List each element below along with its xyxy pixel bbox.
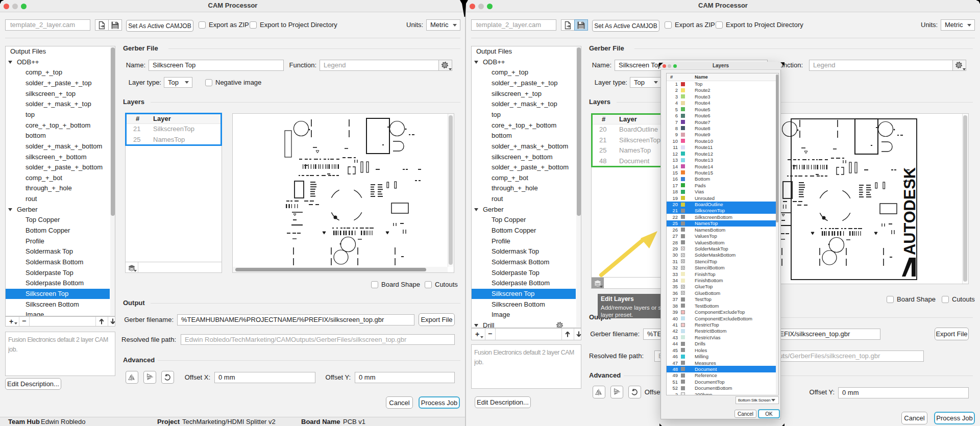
svg-text:AUTODESK: AUTODESK bbox=[900, 167, 919, 255]
